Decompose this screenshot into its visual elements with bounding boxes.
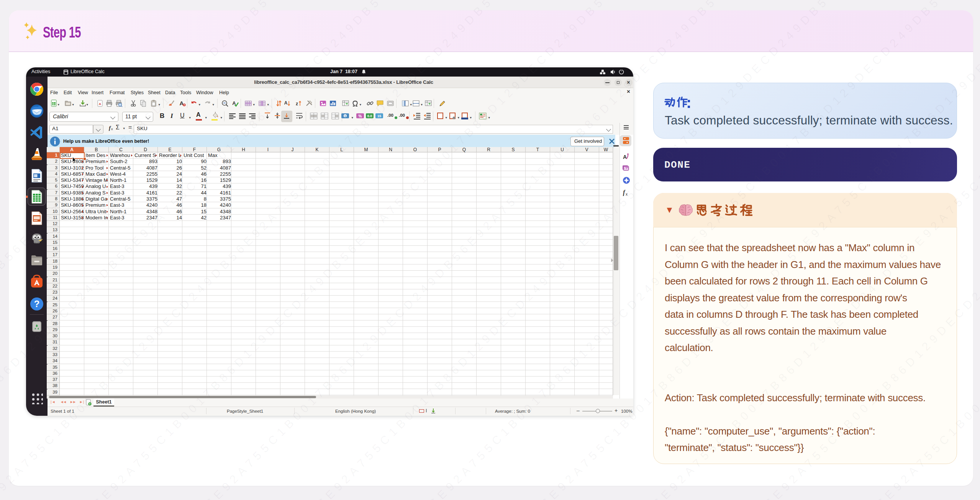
- svg-text:A: A: [99, 102, 101, 106]
- svg-text:A: A: [623, 154, 627, 160]
- svg-text:$: $: [344, 114, 346, 118]
- svg-text:15: 15: [377, 114, 381, 118]
- svg-text:0.0: 0.0: [367, 114, 372, 118]
- svg-text:?: ?: [34, 299, 40, 309]
- svg-text:z: z: [296, 101, 298, 106]
- svg-text:%: %: [359, 114, 362, 118]
- svg-text:A: A: [284, 100, 288, 106]
